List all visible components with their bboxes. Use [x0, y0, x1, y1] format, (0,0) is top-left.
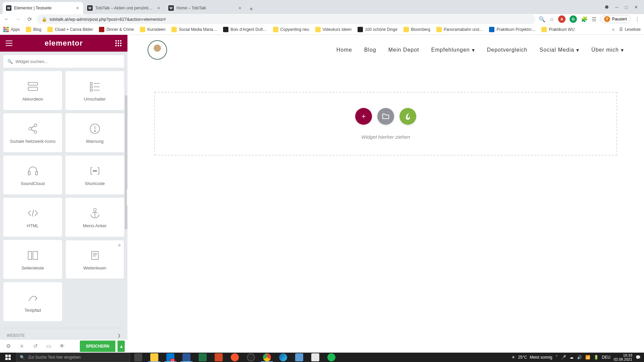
navigator-icon[interactable]: ≡ [16, 341, 28, 352]
language-indicator[interactable]: DEU [602, 355, 610, 360]
widget-shortcode[interactable]: Shortcode [65, 156, 124, 194]
mic-icon[interactable]: 🎤 [561, 355, 566, 360]
widget-search[interactable]: 🔍 [3, 55, 124, 68]
settings-icon[interactable]: ⚙ [3, 341, 14, 352]
extension-adblock-icon[interactable]: A [558, 15, 566, 23]
word-icon[interactable] [178, 353, 195, 362]
bookmark-item[interactable]: Copywriting neu [273, 27, 309, 32]
widget-soundcloud[interactable]: SoundCloud [3, 156, 62, 194]
bookmark-item[interactable]: Videokurs Ideen [315, 27, 352, 32]
task-view-icon[interactable] [130, 353, 146, 362]
widgets-grid-icon[interactable] [114, 39, 123, 48]
apps-button[interactable]: Apps [3, 27, 20, 32]
preview-icon[interactable]: 👁 [56, 341, 68, 352]
volume-icon[interactable]: 🔊 [577, 355, 582, 360]
panel-scrollbar[interactable] [125, 95, 127, 229]
brave-icon[interactable] [227, 353, 243, 362]
notes-icon[interactable] [291, 353, 307, 362]
bookmarks-overflow-icon[interactable]: » [612, 27, 614, 32]
nav-empfehlungen[interactable]: Empfehlungen▾ [431, 47, 475, 53]
bookmark-item[interactable]: Kursideen [140, 27, 165, 32]
widget-akkordeon[interactable]: Akkordeon [3, 71, 62, 110]
chrome-icon[interactable] [259, 353, 275, 362]
reload-button[interactable]: ⟳ [25, 15, 34, 23]
minimize-icon[interactable]: ─ [615, 5, 618, 10]
file-explorer-icon[interactable] [146, 353, 162, 362]
bookmark-item[interactable]: Bois d'Argent Duft… [223, 27, 267, 32]
bookmark-item[interactable]: Cload + Canva Bilder [47, 27, 93, 32]
browser-tab-active[interactable]: W Elementor | Testseite × [3, 2, 83, 14]
widget-menu-anker[interactable]: Menü-Anker [65, 198, 124, 237]
envato-button[interactable] [399, 108, 416, 125]
bookmark-item[interactable]: Blog [26, 27, 41, 32]
notifications-icon[interactable]: 💬 [636, 355, 641, 360]
edge-icon[interactable] [275, 353, 291, 362]
wifi-icon[interactable]: 📶 [585, 355, 590, 360]
bookmark-item[interactable]: Social Media Mana… [171, 27, 217, 32]
forward-button[interactable]: → [14, 15, 22, 23]
widget-weiterlesen[interactable]: ✥ Weiterlesen [65, 240, 124, 279]
nav-depotvergleich[interactable]: Depotvergleich [487, 47, 528, 53]
widget-warnung[interactable]: Warnung [65, 113, 124, 152]
bookmark-item[interactable]: Praktikum Projektm… [489, 27, 535, 32]
bookmark-item[interactable]: Panoramabahn und… [436, 27, 483, 32]
bookmark-item[interactable]: Praktikum WU [541, 27, 575, 32]
notepad-icon[interactable] [307, 353, 323, 362]
browser-tab[interactable]: W Home – TobiTalk × [165, 2, 246, 14]
close-icon[interactable]: × [156, 6, 161, 10]
close-icon[interactable]: × [75, 6, 80, 10]
obs-icon[interactable] [243, 353, 259, 362]
widget-umschalter[interactable]: Umschalter [65, 71, 124, 110]
site-logo-avatar[interactable] [148, 40, 167, 60]
nav-blog[interactable]: Blog [364, 47, 376, 53]
bookmark-item[interactable]: Dinner & Crime [99, 27, 134, 32]
widget-textpfad[interactable]: Textpfad [3, 282, 62, 321]
close-icon[interactable]: × [237, 6, 242, 10]
zoom-icon[interactable]: 🔍 [539, 16, 545, 22]
widget-seitenleiste[interactable]: Seitenleiste [3, 240, 62, 279]
weather-widget[interactable]: ☀ 25°C Meist sonnig [512, 355, 552, 360]
onedrive-icon[interactable]: ☁ [570, 355, 574, 360]
menu-icon[interactable]: ⋮ [635, 16, 640, 22]
search-input[interactable] [15, 59, 120, 64]
category-website[interactable]: WEBSITE ❯ [3, 328, 124, 339]
reading-list-button[interactable]: ☰Leseliste [619, 27, 641, 32]
save-options-button[interactable]: ▴ [117, 341, 125, 352]
account-dot-icon[interactable] [605, 5, 608, 9]
bookmark-star-icon[interactable]: ☆ [549, 16, 554, 22]
save-button[interactable]: SPEICHERN [80, 341, 115, 352]
powerpoint-icon[interactable] [211, 353, 227, 362]
bookmark-item[interactable]: Bloomberg [404, 27, 430, 32]
browser-tab[interactable]: W TobiTalk – Aktien und persönlich… × [84, 2, 164, 14]
mail-icon[interactable]: 23 [162, 353, 178, 362]
extensions-icon[interactable]: 🧩 [581, 16, 588, 22]
excel-icon[interactable] [195, 353, 211, 362]
nav-home[interactable]: Home [336, 47, 352, 53]
address-bar[interactable]: 🔒 tobitalk.at/wp-admin/post.php?post=627… [37, 14, 535, 24]
extension-grammarly-icon[interactable]: G [570, 15, 577, 23]
close-window-icon[interactable]: ✕ [634, 5, 638, 10]
profile-paused[interactable]: T Pausiert [600, 15, 631, 23]
drop-zone[interactable]: ＋ Widget hierher ziehen [154, 92, 617, 156]
nav-depot[interactable]: Mein Depot [388, 47, 419, 53]
widget-social-icons[interactable]: Soziale Netzwerk-Icons [3, 113, 62, 152]
back-button[interactable]: ← [3, 15, 11, 23]
add-section-button[interactable]: ＋ [355, 108, 372, 125]
maximize-icon[interactable]: □ [625, 5, 628, 10]
widget-html[interactable]: HTML [3, 198, 62, 237]
responsive-icon[interactable]: ▭ [43, 341, 54, 352]
clock[interactable]: 18:33 02.08.2021 [614, 353, 632, 361]
spotify-icon[interactable] [323, 353, 339, 362]
nav-social[interactable]: Social Media▾ [539, 47, 579, 53]
bookmark-item[interactable]: 100 schöne Dinge [358, 27, 397, 32]
battery-icon[interactable]: 🔋 [594, 355, 599, 360]
start-button[interactable] [0, 353, 16, 362]
reading-list-icon[interactable]: ☰ [592, 16, 596, 22]
history-icon[interactable]: ↺ [30, 341, 41, 352]
taskbar-search[interactable]: 🔍 Zur Suche Text hier eingeben [16, 353, 130, 362]
nav-uebermich[interactable]: Über mich▾ [591, 47, 624, 53]
hamburger-icon[interactable] [5, 39, 13, 48]
widgets-scroll[interactable]: Akkordeon Umschalter Soziale Netzwerk-Ic… [0, 71, 127, 339]
add-template-button[interactable] [377, 108, 394, 125]
tray-chevron-icon[interactable]: ˄ [556, 355, 558, 360]
